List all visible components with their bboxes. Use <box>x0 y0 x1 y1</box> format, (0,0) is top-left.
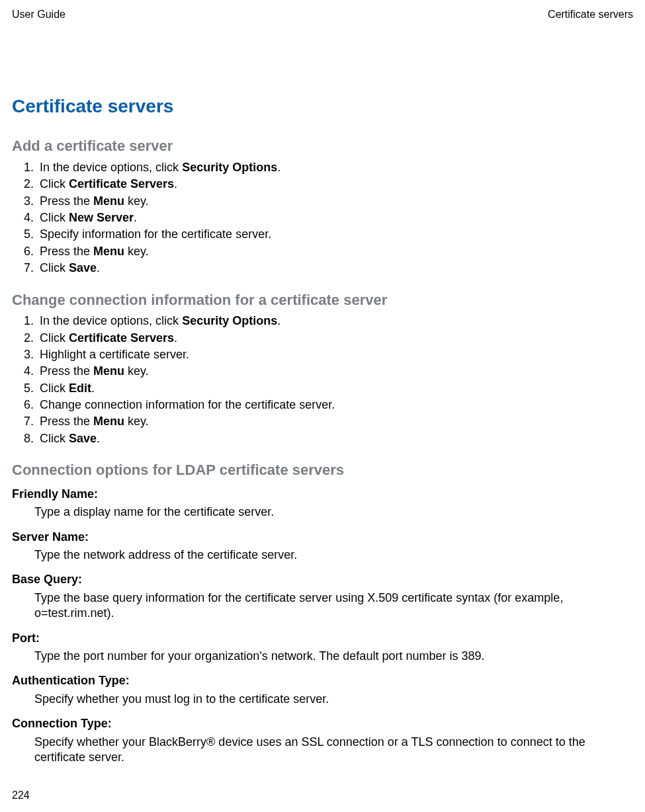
definition-term: Authentication Type <box>12 674 130 687</box>
definition-list: Friendly Name Type a display name for th… <box>12 487 633 765</box>
list-item: Click Certificate Servers. <box>37 177 633 192</box>
definition-term: Friendly Name <box>12 487 98 501</box>
definition-item: Friendly Name Type a display name for th… <box>12 487 633 520</box>
definition-item: Base Query Type the base query informati… <box>12 572 633 621</box>
definition-term: Connection Type <box>12 717 112 730</box>
definition-term: Server Name <box>12 530 89 544</box>
list-item: Click Save. <box>37 261 633 276</box>
steps-add: In the device options, click Security Op… <box>12 160 633 276</box>
definition-body: Type a display name for the certificate … <box>34 505 633 520</box>
definition-body: Specify whether your BlackBerry® device … <box>34 735 633 766</box>
definition-body: Type the port number for your organizati… <box>34 649 633 664</box>
list-item: Click Certificate Servers. <box>37 331 633 346</box>
list-item: Press the Menu key. <box>37 194 633 209</box>
definition-body: Specify whether you must log in to the c… <box>34 692 633 707</box>
steps-change: In the device options, click Security Op… <box>12 313 633 446</box>
definition-item: Authentication Type Specify whether you … <box>12 673 633 707</box>
section-heading-options: Connection options for LDAP certificate … <box>12 461 633 480</box>
list-item: Press the Menu key. <box>37 364 633 379</box>
page-title: Certificate servers <box>12 95 633 118</box>
header-left: User Guide <box>12 8 65 22</box>
definition-body: Type the base query information for the … <box>34 590 633 622</box>
list-item: Click Edit. <box>37 381 633 396</box>
header-right: Certificate servers <box>548 8 633 22</box>
running-header: User Guide Certificate servers <box>12 8 633 22</box>
section-heading-add: Add a certificate server <box>12 137 633 156</box>
definition-item: Server Name Type the network address of … <box>12 530 633 563</box>
list-item: Press the Menu key. <box>37 244 633 259</box>
list-item: Click Save. <box>37 431 633 446</box>
list-item: Specify information for the certificate … <box>37 227 633 242</box>
section-heading-change: Change connection information for a cert… <box>12 291 633 310</box>
definition-term: Base Query <box>12 573 82 586</box>
list-item: Press the Menu key. <box>37 414 633 429</box>
definition-term: Port <box>12 631 40 645</box>
page-number: 224 <box>12 789 30 803</box>
page-root: User Guide Certificate servers Certifica… <box>0 0 645 812</box>
list-item: Highlight a certificate server. <box>37 347 633 362</box>
definition-body: Type the network address of the certific… <box>34 548 633 563</box>
list-item: Change connection information for the ce… <box>37 397 633 413</box>
definition-item: Connection Type Specify whether your Bla… <box>12 716 633 765</box>
list-item: In the device options, click Security Op… <box>37 160 633 175</box>
list-item: In the device options, click Security Op… <box>37 313 633 329</box>
definition-item: Port Type the port number for your organ… <box>12 631 633 665</box>
list-item: Click New Server. <box>37 210 633 225</box>
